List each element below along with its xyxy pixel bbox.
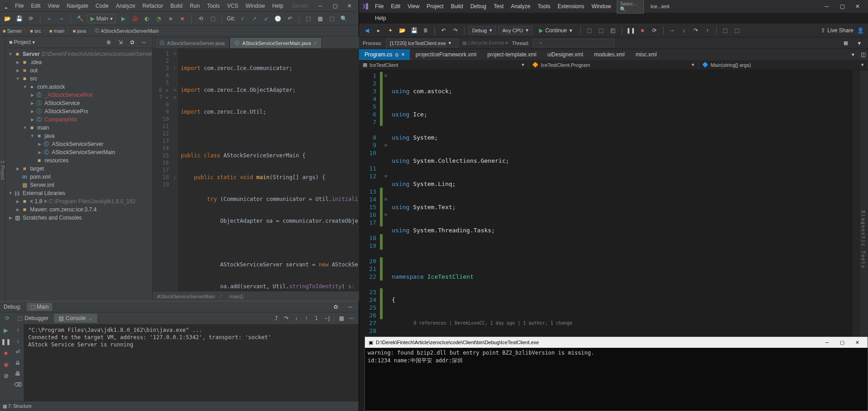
vs-menu-build[interactable]: Build [448, 2, 466, 11]
menu-edit[interactable]: Edit [28, 2, 44, 10]
fold-column[interactable]: ⊟⌊⊟⊟⌊ [172, 48, 178, 291]
run-to-icon[interactable]: →| [322, 314, 331, 323]
editor-tab-active[interactable]: Program.cs⊙× [359, 49, 410, 60]
print-icon[interactable]: 🖶 [15, 371, 20, 377]
editor-tab[interactable]: misc.xml [630, 49, 663, 60]
menu-tools[interactable]: Tools [204, 2, 223, 10]
open-icon[interactable]: 📂 [3, 14, 12, 23]
tool-icon-3[interactable]: ⬚ [328, 14, 337, 23]
nav-back-icon[interactable]: ◀ [362, 25, 372, 35]
vs-menu-file[interactable]: File [372, 2, 387, 11]
maximize-icon[interactable]: ▢ [835, 340, 849, 346]
breakpoints-icon[interactable]: ◉ [4, 361, 9, 368]
save-icon[interactable]: 💾 [15, 14, 24, 23]
minimize-icon[interactable]: ─ [820, 340, 834, 345]
breadcrumb-item[interactable]: ■Server [3, 28, 22, 34]
menu-vcs[interactable]: VCS [224, 2, 242, 10]
tb-icon[interactable]: ◰ [608, 25, 618, 35]
git-rollback-icon[interactable]: ↶ [285, 14, 294, 23]
process-combo[interactable]: [17220] IceTestClient.exe▾ [386, 39, 459, 47]
pin-icon[interactable]: ⊙ [395, 52, 399, 57]
console-titlebar[interactable]: ▣ D:\Derek\Fintech\Article\zerocIce\code… [365, 337, 868, 348]
save-all-icon[interactable]: 🗎 [421, 25, 431, 35]
refresh-icon[interactable]: ⟳ [26, 14, 35, 23]
code-text[interactable]: import com.zeroc.Ice.Communicator; impor… [178, 48, 364, 291]
vs-menu-analyze[interactable]: Analyze [508, 2, 534, 11]
breadcrumb-item[interactable]: ⒸAStockServiceServerMain [95, 27, 159, 34]
show-next-icon[interactable]: → [667, 25, 677, 35]
step-into-icon[interactable]: ↓ [292, 314, 301, 323]
more-icon[interactable]: ⋯ [347, 314, 356, 323]
platform-combo[interactable]: Any CPU▾ [498, 26, 532, 35]
debug-console[interactable]: "C:\Program Files\Java\jdk1.8.0_162\bin\… [24, 324, 359, 401]
tab-overflow-icon[interactable]: ▾ [848, 50, 858, 60]
tool-icon-2[interactable]: ▦ [316, 14, 325, 23]
up-icon[interactable]: ↑ [16, 327, 19, 333]
vs-menu-tools[interactable]: Tools [534, 2, 554, 11]
menu-build[interactable]: Build [167, 2, 186, 10]
new-icon[interactable]: ✦ [385, 25, 395, 35]
open-icon[interactable]: 📂 [397, 25, 407, 35]
step-out-icon[interactable]: ↑ [302, 314, 311, 323]
debug-config-tab[interactable]: ⬚ Main [27, 303, 52, 311]
config-combo[interactable]: Debug▾ [468, 26, 496, 35]
avd-icon[interactable]: ⬚ [208, 14, 217, 23]
gear-icon[interactable]: ✿ [331, 302, 340, 311]
stop-button[interactable]: ■ [178, 14, 187, 23]
mute-icon[interactable]: ⊘ [4, 372, 9, 379]
rerun-icon[interactable]: ⟳ [3, 314, 12, 323]
down-icon[interactable]: ↓ [16, 338, 19, 344]
run-config-selector[interactable]: ▶ Main ▾ [87, 14, 116, 23]
vs-menu-test[interactable]: Test [490, 2, 507, 11]
close-tab-icon[interactable]: × [401, 51, 404, 58]
editor-tab-active[interactable]: ⒸAStockServiceServerMain.java× [229, 37, 321, 48]
debugger-tab[interactable]: ⬚Debugger [13, 314, 53, 323]
breadcrumb-item[interactable]: ■java [73, 28, 86, 34]
vs-menu-project[interactable]: Project [424, 2, 447, 11]
continue-button[interactable]: ▶Continue▾ [534, 26, 577, 35]
gear-icon[interactable]: ✿ [128, 38, 137, 47]
git-pull-icon[interactable]: ↙ [262, 14, 271, 23]
back-icon[interactable]: ← [45, 14, 54, 23]
editor-tab[interactable]: ⒸAStockServiceServer.java [155, 37, 230, 48]
console-tab[interactable]: ▤Console⌄ [54, 314, 97, 323]
evaluate-icon[interactable]: ▦ [337, 314, 346, 323]
tool-icon-1[interactable]: ⬚ [304, 14, 313, 23]
vs-menu-edit[interactable]: Edit [388, 2, 404, 11]
scroll-icon[interactable]: ⇊ [15, 360, 20, 366]
git-history-icon[interactable]: 🕓 [274, 14, 283, 23]
step-over-icon[interactable]: ↷ [691, 25, 701, 35]
step-icon[interactable]: ⤴ [272, 314, 281, 323]
step-out-icon[interactable]: ↑ [703, 25, 713, 35]
tb-icon[interactable]: ▼ [854, 38, 864, 48]
step-icon[interactable]: ⤵ [312, 314, 321, 323]
run-button[interactable]: ▶ [119, 14, 128, 23]
menu-help[interactable]: Help [269, 2, 287, 10]
editor-tab[interactable]: uiDesigner.xml [542, 49, 589, 60]
menu-window[interactable]: Window [242, 2, 268, 10]
tb-icon[interactable]: ⬚ [584, 25, 594, 35]
stop-icon[interactable]: ■ [638, 25, 648, 35]
nav-fwd-icon[interactable]: ▸ [374, 25, 384, 35]
toggle-icon[interactable]: ◫ [858, 50, 868, 60]
restart-icon[interactable]: ⟳ [649, 25, 659, 35]
vs-menu-view[interactable]: View [404, 2, 423, 11]
save-icon[interactable]: 💾 [409, 25, 419, 35]
coverage-icon[interactable]: ◐ [142, 14, 151, 23]
code-area[interactable]: 123456 ▸7 ▸8910111213141516171819 ⊟⌊⊟⊟⌊ … [153, 48, 364, 291]
profile-icon[interactable]: ◔ [154, 14, 163, 23]
close-icon[interactable]: ✕ [345, 3, 354, 9]
account-icon[interactable]: 👤 [855, 25, 865, 35]
menu-view[interactable]: View [45, 2, 63, 10]
breadcrumb-item[interactable]: ■main [49, 28, 65, 34]
step-into-icon[interactable]: ↓ [679, 25, 689, 35]
breadcrumb-method[interactable]: main() [229, 294, 244, 299]
project-tree[interactable]: ▼■ServerD:\Derek\Fintech\Article\zerocIc… [5, 48, 152, 301]
minimize-icon[interactable]: ─ [316, 3, 325, 9]
thread-combo[interactable]: ▾ [533, 39, 614, 47]
pause-icon[interactable]: ❚❚ [626, 25, 636, 35]
tb-icon[interactable]: ⬚ [732, 25, 742, 35]
hide-icon[interactable]: ─ [140, 38, 149, 47]
editor-tab[interactable]: projectIceFramework.xml [410, 49, 482, 60]
menu-file[interactable]: File [12, 2, 27, 10]
